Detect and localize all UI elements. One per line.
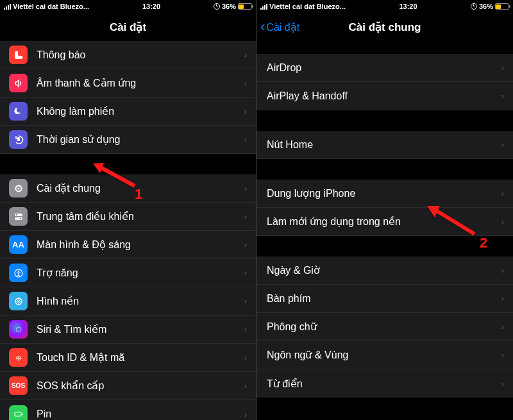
row-sos[interactable]: SOS SOS khẩn cấp › [0, 372, 256, 400]
row-label: Touch ID & Mật mã [37, 351, 244, 364]
display-icon: AA [9, 235, 28, 254]
chevron-right-icon: › [501, 91, 504, 101]
svg-rect-14 [22, 414, 23, 415]
row-label: AirPlay & Handoff [267, 90, 501, 102]
row-label: Trung tâm điều khiển [37, 210, 244, 223]
page-title: Cài đặt [110, 21, 146, 34]
svg-point-6 [15, 214, 17, 215]
row-language[interactable]: Ngôn ngữ & Vùng › [256, 341, 513, 369]
row-label: Thời gian sử dụng [37, 133, 244, 146]
chevron-right-icon: › [244, 268, 247, 278]
row-touchid[interactable]: Touch ID & Mật mã › [0, 344, 256, 372]
row-label: Màn hình & Độ sáng [37, 239, 244, 251]
row-screentime[interactable]: Thời gian sử dụng › [0, 126, 256, 154]
status-bar: Viettel cai dat Bluezo... 13:20 36% [0, 0, 256, 13]
chevron-right-icon: › [244, 183, 247, 193]
chevron-right-icon: › [244, 381, 247, 391]
row-home-button[interactable]: Nút Home › [256, 131, 513, 159]
back-label: Cài đặt [266, 21, 299, 33]
row-datetime[interactable]: Ngày & Giờ › [256, 256, 513, 285]
row-airdrop[interactable]: AirDrop › [256, 54, 513, 82]
row-label: Nút Home [267, 139, 501, 151]
chevron-right-icon: › [244, 240, 247, 249]
alarm-icon [471, 3, 477, 10]
row-sounds[interactable]: Âm thanh & Cảm ứng › [0, 69, 256, 97]
row-dnd[interactable]: Không làm phiền › [0, 97, 256, 126]
row-label: Phông chữ [267, 321, 501, 333]
toggles-icon [9, 207, 28, 226]
sounds-icon [9, 74, 28, 92]
wallpaper-icon [9, 292, 28, 310]
chevron-right-icon: › [244, 296, 247, 306]
row-label: Pin [37, 408, 244, 420]
time-label: 13:20 [142, 3, 160, 10]
svg-rect-13 [15, 412, 21, 416]
chevron-right-icon: › [244, 410, 247, 419]
row-control-center[interactable]: Trung tâm điều khiển › [0, 203, 256, 231]
chevron-right-icon: › [501, 379, 504, 389]
dnd-icon [9, 102, 28, 121]
row-label: SOS khẩn cấp [37, 380, 244, 392]
battery-icon [495, 3, 509, 10]
chevron-right-icon: › [244, 212, 247, 221]
battery-icon [238, 3, 252, 10]
fingerprint-icon [9, 348, 28, 367]
row-label: Hình nền [37, 295, 244, 307]
battery-pct: 36% [479, 3, 493, 10]
chevron-right-icon: › [501, 265, 504, 275]
annotation-arrow-1 [90, 160, 141, 192]
carrier-label: Viettel cai dat Bluezo... [13, 3, 89, 10]
row-wallpaper[interactable]: Hình nền › [0, 287, 256, 315]
row-accessibility[interactable]: Trợ năng › [0, 259, 256, 287]
row-label: Bàn phím [267, 293, 501, 305]
row-siri[interactable]: Siri & Tìm kiếm › [0, 315, 256, 344]
row-display[interactable]: AA Màn hình & Độ sáng › [0, 231, 256, 259]
row-label: Thông báo [37, 49, 244, 61]
phone-general: Viettel cai dat Bluezo... 13:20 36% ‹ Cà… [256, 0, 513, 420]
screentime-icon [9, 130, 28, 149]
chevron-right-icon: › [244, 106, 247, 116]
row-notifications[interactable]: Thông báo › [0, 41, 256, 69]
chevron-left-icon: ‹ [260, 20, 265, 34]
chevron-right-icon: › [244, 324, 247, 334]
siri-icon [9, 320, 28, 339]
chevron-right-icon: › [501, 189, 504, 198]
back-button[interactable]: ‹ Cài đặt [260, 20, 299, 34]
notifications-icon [9, 46, 28, 64]
nav-bar: Cài đặt [0, 13, 256, 41]
battery-pct: 36% [222, 3, 236, 10]
accessibility-icon [9, 264, 28, 282]
row-fonts[interactable]: Phông chữ › [256, 313, 513, 341]
signal-bars-icon [260, 3, 267, 10]
chevron-right-icon: › [501, 322, 504, 332]
row-airplay[interactable]: AirPlay & Handoff › [256, 82, 513, 110]
carrier-label: Viettel cai dat Bluezo... [269, 3, 346, 10]
gear-icon [9, 179, 28, 197]
settings-body[interactable]: Thông báo › Âm thanh & Cảm ứng › Không l… [0, 41, 256, 420]
page-title: Cài đặt chung [349, 21, 421, 34]
svg-point-10 [17, 270, 19, 271]
chevron-right-icon: › [501, 140, 504, 149]
phone-settings: Viettel cai dat Bluezo... 13:20 36% Cài … [0, 0, 256, 420]
sos-icon: SOS [9, 376, 28, 395]
row-battery[interactable]: Pin › [0, 400, 256, 420]
svg-point-8 [19, 217, 21, 219]
row-label: Siri & Tìm kiếm [37, 323, 244, 335]
annotation-label-2: 2 [480, 235, 487, 251]
chevron-right-icon: › [244, 78, 247, 88]
annotation-arrow-2 [423, 202, 481, 240]
svg-rect-2 [17, 137, 20, 141]
chevron-right-icon: › [244, 135, 247, 144]
svg-rect-1 [18, 51, 23, 56]
row-label: Dung lượng iPhone [267, 187, 501, 199]
chevron-right-icon: › [501, 217, 504, 226]
row-dictionary[interactable]: Từ điển › [256, 369, 513, 398]
svg-point-12 [16, 327, 21, 332]
row-label: Ngày & Giờ [267, 264, 501, 276]
battery-row-icon [9, 405, 28, 421]
chevron-right-icon: › [244, 353, 247, 362]
row-keyboard[interactable]: Bàn phím › [256, 285, 513, 313]
chevron-right-icon: › [501, 63, 504, 72]
alarm-icon [214, 3, 220, 10]
row-label: Ngôn ngữ & Vùng [267, 349, 501, 361]
